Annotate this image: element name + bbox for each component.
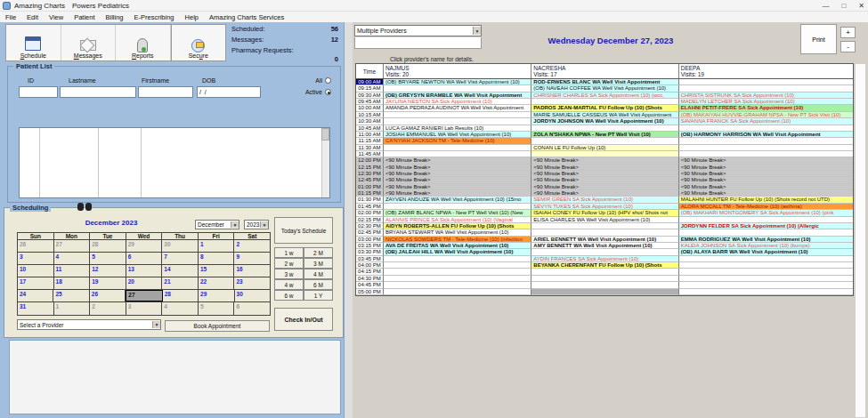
calendar-day[interactable]: 3 [126, 302, 163, 315]
empty-slot-cell[interactable] [679, 282, 853, 288]
calendar-day[interactable]: 20 [126, 277, 163, 289]
empty-slot-cell[interactable] [384, 112, 531, 118]
calendar-day[interactable]: 14 [162, 265, 199, 277]
empty-slot-cell[interactable] [384, 262, 531, 269]
appointment-cell[interactable]: AIDYN ROBERTS-ALLEN FU Follow Up (10) (S… [384, 223, 531, 229]
calendar-day[interactable]: 15 [199, 265, 235, 277]
empty-slot-cell[interactable] [679, 256, 853, 262]
appointment-cell[interactable]: KALEIA JOHNSON SA Sick Appointment (10) … [679, 243, 853, 249]
appointment-cell[interactable]: <90 Minute Break> [531, 190, 678, 197]
appointment-cell[interactable]: CONAN LE FU Follow Up (10) [531, 145, 678, 151]
appointment-cell[interactable]: <90 Minute Break> [384, 171, 531, 177]
appointment-cell[interactable]: MADELYN LETCHER SA Sick Appointment (10) [679, 99, 853, 105]
appointment-cell[interactable]: <90 Minute Break> [531, 157, 678, 164]
appointment-cell[interactable]: JORDYNN FELDER SA Sick Appointment (10) … [679, 223, 853, 229]
appointment-cell[interactable]: <90 Minute Break> [531, 184, 678, 190]
range-button-6-w[interactable]: 6 w [274, 290, 304, 301]
calendar-day[interactable]: 13 [126, 265, 163, 277]
calendar-day[interactable]: 27 [54, 240, 91, 252]
empty-slot-cell[interactable] [679, 269, 853, 275]
appointment-cell[interactable]: ALORA MCCALL TM - Tele-Medicine (10) (as… [679, 204, 853, 210]
empty-slot-cell[interactable] [531, 229, 678, 236]
check-in-out-button[interactable]: Check In/Out [274, 308, 333, 331]
calendar-day[interactable]: 25 [53, 290, 89, 301]
menu-patient[interactable]: Patient [69, 13, 100, 21]
appointment-cell[interactable]: CHRISNER CHARLES SA Sick Appointment (10… [531, 92, 678, 99]
appointment-cell[interactable]: BRYANA STEWART WA Well Visit Appointment… [384, 229, 531, 236]
empty-slot-cell[interactable] [384, 256, 531, 262]
appointment-cell[interactable]: ELAHNI PETIT-FRERE SA Sick Appointment (… [679, 105, 853, 111]
appointment-cell[interactable]: <90 Minute Break> [384, 165, 531, 171]
empty-slot-cell[interactable] [531, 99, 678, 105]
calendar-day[interactable]: 2 [234, 240, 270, 252]
calendar-day[interactable]: 17 [18, 277, 54, 289]
zoom-in-button[interactable]: + [840, 27, 856, 38]
range-button-1-y[interactable]: 1 Y [304, 290, 333, 301]
calendar-day[interactable]: 10 [18, 265, 54, 277]
range-button-6-m[interactable]: 6 M [304, 279, 333, 290]
appointment-cell[interactable]: <90 Minute Break> [531, 165, 678, 171]
range-button-2-m[interactable]: 2 M [304, 247, 333, 258]
appointment-cell[interactable]: AMY BENNETT WA Well Visit Appointment (1… [531, 243, 678, 249]
appointment-cell[interactable]: ALANNIS PRINCE SA Sick Appointment (10) … [384, 217, 531, 223]
appointment-cell[interactable]: <90 Minute Break> [384, 190, 531, 197]
id-input[interactable] [19, 86, 58, 98]
calendar-day[interactable]: 8 [199, 253, 235, 264]
calendar-day[interactable]: 5 [90, 253, 126, 264]
menu-amazing-charts-services[interactable]: Amazing Charts Services [204, 13, 289, 21]
appointment-cell[interactable]: SEMIR GREEN SA Sick Appointment (10) [531, 197, 678, 203]
schedule-button[interactable]: Schedule [6, 25, 61, 60]
calendar-day[interactable]: 1 [199, 240, 235, 252]
empty-slot-cell[interactable] [679, 145, 853, 151]
empty-slot-cell[interactable] [384, 85, 531, 92]
calendar-day[interactable]: 31 [18, 302, 54, 315]
empty-slot-cell[interactable] [531, 223, 678, 229]
provider-column-header-nacresha[interactable]: NACRESHAVisits: 17 [531, 64, 678, 78]
range-button-3-m[interactable]: 3 M [304, 258, 333, 269]
empty-slot-cell[interactable] [679, 138, 853, 144]
appointment-cell[interactable]: BEYANKA CHERENFANT FU Follow Up (10) (Sh… [531, 262, 678, 269]
calendar-day[interactable]: 16 [234, 265, 270, 277]
range-button-3-w[interactable]: 3 w [274, 269, 304, 279]
appointment-cell[interactable]: <90 Minute Break> [679, 177, 853, 183]
empty-slot-cell[interactable] [531, 282, 678, 288]
empty-slot-cell[interactable] [531, 138, 678, 144]
menu-edit[interactable]: Edit [21, 13, 44, 21]
calendar-day[interactable]: 23 [234, 277, 270, 289]
appointment-cell[interactable]: MARIE SAMUELLE CASSEUS WA Well Visit App… [531, 112, 678, 118]
messages-button[interactable]: Messages [61, 25, 117, 60]
todays-schedule-button[interactable]: Today's Schedule [274, 217, 333, 244]
book-appointment-button[interactable]: Book Appointment [165, 320, 270, 332]
calendar-day[interactable]: 26 [18, 240, 54, 252]
empty-slot-cell[interactable] [679, 289, 853, 295]
calendar-day[interactable]: 30 [162, 240, 199, 252]
calendar-day[interactable]: 30 [235, 290, 270, 301]
all-radio[interactable] [325, 77, 331, 84]
empty-slot-cell[interactable] [531, 289, 678, 295]
empty-slot-cell[interactable] [384, 276, 531, 282]
maximize-icon[interactable]: □ [841, 2, 846, 10]
year-select[interactable]: 2023 ▼ [244, 220, 269, 229]
menu-file[interactable]: File [0, 13, 21, 21]
appointment-cell[interactable]: LUCA GAMAZ RANIERI Lab Results (10) [384, 125, 531, 132]
patient-list-scrollbar[interactable] [321, 128, 329, 197]
calendar-day[interactable]: 7 [162, 253, 199, 264]
calendar-day[interactable]: 4 [54, 253, 91, 264]
appointment-cell[interactable]: AYDIN FRANCES SA Sick Appointment (10) [531, 256, 678, 262]
appointment-cell[interactable]: <90 Minute Break> [531, 177, 678, 183]
calendar-day[interactable]: 2 [90, 302, 126, 315]
appointment-cell[interactable]: (OB) NAVEAH COFFEE WA Well Visit Appoint… [531, 85, 678, 92]
empty-slot-cell[interactable] [679, 79, 853, 85]
menu-billing[interactable]: Billing [101, 13, 129, 21]
empty-slot-cell[interactable] [531, 151, 678, 157]
menu-help[interactable]: Help [180, 13, 204, 21]
appointment-cell[interactable]: (OB) ALAYA BARR WA Well Visit Appointmen… [679, 249, 853, 255]
secure-button[interactable]: Secure [171, 25, 226, 60]
appointment-cell[interactable]: <90 Minute Break> [679, 190, 853, 197]
empty-slot-cell[interactable] [679, 217, 853, 223]
appointment-cell[interactable]: ROD-ERWENS BLANC WA Well Visit Appointme… [531, 79, 678, 85]
calendar-day[interactable]: 29 [126, 240, 163, 252]
empty-slot-cell[interactable] [531, 269, 678, 275]
calendar-day[interactable]: 11 [54, 265, 91, 277]
range-button-4-w[interactable]: 4 w [274, 279, 304, 290]
